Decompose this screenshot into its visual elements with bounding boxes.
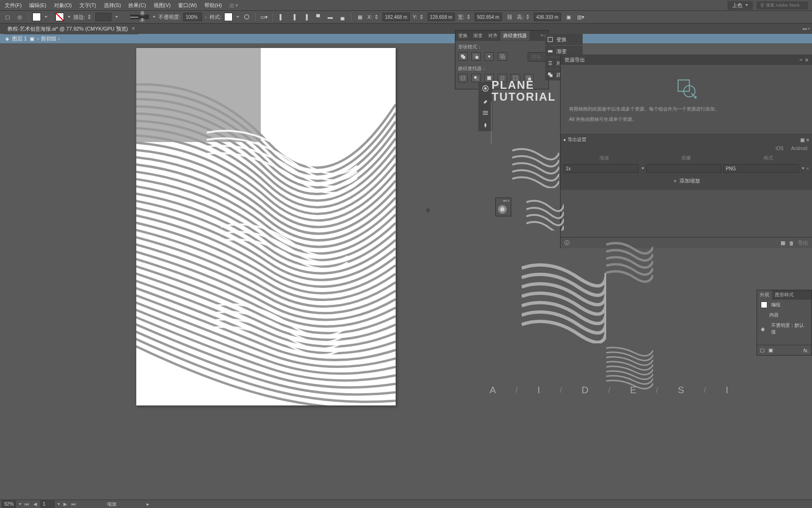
zoom-cursor-icon: ⊕ xyxy=(426,207,430,214)
menu-view[interactable]: 视图(V) xyxy=(151,1,174,10)
prev-artboard-icon[interactable]: ◀ xyxy=(32,501,39,508)
h-field[interactable]: 436.333 m xyxy=(534,13,561,21)
workspace-switcher-icon[interactable]: ▥ ▾ xyxy=(229,2,238,8)
zoom-field[interactable]: 92% xyxy=(2,500,16,508)
align-left-icon[interactable]: ▌ xyxy=(277,12,286,22)
artboard-number-field[interactable]: 1 xyxy=(40,500,55,508)
tab-transform[interactable]: 变换 xyxy=(455,31,470,40)
breadcrumb-clip[interactable]: 剪切组 xyxy=(41,35,56,42)
status-bar: 92% ⏮ ◀ 1 ▶ ⏭ 缩放 ▸ xyxy=(0,500,812,508)
stock-search-input[interactable]: ⚲搜索 Adobe Stock xyxy=(757,1,808,9)
align-vcenter-icon[interactable]: ▬ xyxy=(326,12,335,22)
stroke-weight-field[interactable] xyxy=(95,13,111,21)
svg-rect-12 xyxy=(487,76,491,80)
properties-icon[interactable] xyxy=(478,107,492,119)
minus-front-icon[interactable] xyxy=(471,52,481,61)
status-flyout-icon[interactable]: ▸ xyxy=(147,501,149,507)
menu-help[interactable]: 帮助(H) xyxy=(202,1,225,10)
asset-hint-2: Alt 并拖动图稿可生成单个资源。 xyxy=(567,116,805,123)
panel-menu-icon[interactable]: ≡ xyxy=(805,57,808,63)
collapse-icon[interactable]: ›› xyxy=(541,33,544,39)
w-stepper[interactable] xyxy=(467,13,472,21)
close-icon[interactable]: × xyxy=(808,26,810,32)
y-stepper[interactable] xyxy=(420,13,425,21)
intersect-icon[interactable] xyxy=(484,52,494,61)
tab-pathfinder[interactable]: 路径查找器 xyxy=(500,31,530,40)
stroke-swatch[interactable] xyxy=(55,13,64,21)
x-field[interactable]: 182.468 m xyxy=(383,13,410,21)
trim-icon[interactable] xyxy=(471,74,481,82)
new-fill-icon[interactable]: ▣ xyxy=(768,347,773,353)
exclude-icon[interactable] xyxy=(498,52,507,61)
first-artboard-icon[interactable]: ⏮ xyxy=(23,501,30,508)
menu-bar: 文件(F) 编辑(E) 对象(O) 文字(T) 选择(S) 效果(C) 视图(V… xyxy=(0,0,812,10)
x-stepper[interactable] xyxy=(375,13,380,21)
style-label: 样式: xyxy=(210,14,221,21)
recolor-icon[interactable] xyxy=(242,12,251,22)
collapse-icon[interactable]: ◂◂ xyxy=(802,26,807,32)
stroke-profile[interactable]: 基本 xyxy=(130,15,149,19)
brushes-icon[interactable] xyxy=(478,95,492,107)
menu-select[interactable]: 选择(S) xyxy=(101,1,124,10)
asset-drop-zone-icon[interactable] xyxy=(675,77,698,100)
transform-icon[interactable]: ▦ xyxy=(355,12,365,22)
color-themes-icon[interactable] xyxy=(496,204,509,215)
target-icon[interactable]: ▣ xyxy=(29,35,35,42)
document-tab[interactable]: 教程-艺术创意海报.ai* @ 77.92% (CMYK/GPU 预览) × xyxy=(4,24,139,34)
graphic-style-swatch[interactable] xyxy=(224,13,233,21)
last-artboard-icon[interactable]: ⏭ xyxy=(70,501,77,508)
tab-align[interactable]: 对齐 xyxy=(485,31,500,40)
visibility-icon[interactable]: ◉ xyxy=(761,326,767,332)
color-mode-dropdown[interactable]: 上色 xyxy=(727,1,753,10)
menu-window[interactable]: 窗口(W) xyxy=(175,1,200,10)
tab-gradient[interactable]: 渐变 xyxy=(470,31,485,40)
svg-rect-10 xyxy=(474,76,476,79)
targeting-icon[interactable]: ◎ xyxy=(15,12,24,22)
disclosure-icon[interactable]: ▾ xyxy=(563,137,566,143)
list-icon[interactable]: ≡ xyxy=(806,137,809,143)
svg-rect-18 xyxy=(548,50,552,53)
constrain-icon[interactable]: ⛓ xyxy=(505,12,514,22)
next-artboard-icon[interactable]: ▶ xyxy=(62,501,69,508)
h-stepper[interactable] xyxy=(526,13,531,21)
align-right-icon[interactable]: ▐ xyxy=(301,12,311,22)
collapse-icon[interactable]: ›› xyxy=(800,57,803,62)
stroke-weight-stepper[interactable] xyxy=(88,13,93,21)
grid-icon[interactable]: ▦ xyxy=(800,137,804,143)
unite-icon[interactable] xyxy=(458,52,468,61)
opacity-field[interactable]: 100% xyxy=(183,13,202,21)
layers-icon[interactable]: ◈ xyxy=(4,35,10,42)
close-tab-icon[interactable]: × xyxy=(132,25,135,32)
expand-button[interactable]: 联集 xyxy=(528,52,546,62)
opacity-label: 不透明度: xyxy=(158,14,180,21)
new-stroke-icon[interactable]: ▢ xyxy=(760,347,765,353)
tab-graphic-styles[interactable]: 图形样式 xyxy=(772,290,796,300)
shape-props-icon[interactable]: ▣ xyxy=(564,12,573,22)
isolate-icon[interactable]: ▥▾ xyxy=(576,12,586,22)
appearance-opacity[interactable]: 不透明度：默认值 xyxy=(771,322,808,335)
tab-appearance[interactable]: 外观 xyxy=(757,290,772,300)
y-field[interactable]: 128.658 m xyxy=(428,13,455,21)
divide-icon[interactable] xyxy=(458,74,468,82)
align-bottom-icon[interactable]: ▄ xyxy=(338,12,347,22)
align-top-icon[interactable]: ▀ xyxy=(313,12,323,22)
menu-file[interactable]: 文件(F) xyxy=(2,1,24,10)
fx-icon[interactable]: fx. xyxy=(803,348,809,353)
menu-edit[interactable]: 编辑(E) xyxy=(26,1,49,10)
align-hcenter-icon[interactable]: ▐ xyxy=(289,12,298,22)
breadcrumb-layer[interactable]: 图层 1 xyxy=(12,35,27,42)
artboard[interactable] xyxy=(136,48,396,405)
menu-effect[interactable]: 效果(C) xyxy=(125,1,148,10)
menu-object[interactable]: 对象(O) xyxy=(51,1,75,10)
w-field[interactable]: 502.854 m xyxy=(475,13,502,21)
align-flyout-icon[interactable]: ▭▾ xyxy=(259,12,269,22)
w-label: 宽: xyxy=(458,14,464,21)
panel-tab-transform[interactable]: 变换 xyxy=(545,34,583,45)
symbols-icon[interactable] xyxy=(478,119,492,131)
no-selection-icon[interactable]: ▢ xyxy=(3,12,12,22)
menu-type[interactable]: 文字(T) xyxy=(77,1,99,10)
opacity-flyout-icon[interactable]: › xyxy=(205,14,207,20)
fill-swatch[interactable] xyxy=(32,13,41,21)
appearance-swatch[interactable] xyxy=(761,302,767,308)
cc-libraries-icon[interactable] xyxy=(478,82,492,95)
